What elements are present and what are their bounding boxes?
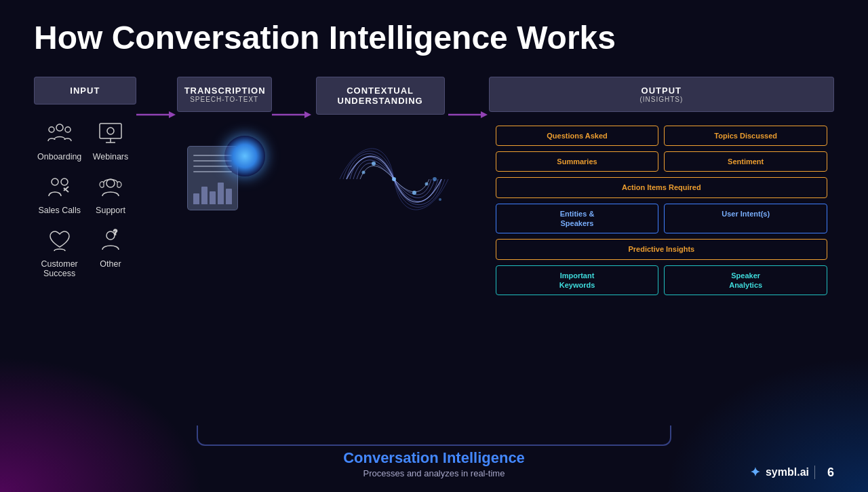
- tag-sentiment: Sentiment: [664, 151, 827, 172]
- input-item-sales-calls: Sales Calls: [37, 172, 81, 215]
- output-tags: Questions Asked Topics Discussed Summari…: [489, 126, 834, 295]
- support-icon: [96, 172, 125, 202]
- transcription-column: TRANSCRIPTION SPEECH-TO-TEXT: [177, 77, 272, 210]
- contextual-column: CONTEXTUALUNDERSTANDING: [313, 77, 448, 216]
- svg-point-4: [107, 128, 114, 134]
- svg-point-17: [372, 162, 376, 166]
- tag-user-intent: User Intent(s): [664, 204, 827, 234]
- arrow-contextual-to-output: [448, 77, 489, 120]
- svg-point-16: [392, 177, 396, 181]
- arrow-input-to-transcription: [136, 77, 177, 120]
- ci-subtitle: Processes and analyzes in real-time: [197, 468, 671, 478]
- tag-entities-speakers: Entities &Speakers: [496, 204, 659, 234]
- tag-summaries: Summaries: [496, 151, 659, 172]
- svg-point-2: [65, 127, 71, 132]
- bottom-section: Conversation Intelligence Processes and …: [197, 425, 671, 478]
- input-item-support: Support: [88, 172, 132, 215]
- input-item-customer-success: Customer Success: [37, 225, 81, 278]
- svg-point-18: [412, 191, 416, 195]
- page-number: 6: [827, 466, 834, 480]
- slide-title: How Conversation Intelligence Works: [34, 20, 834, 56]
- sphere-glow: [224, 136, 265, 176]
- customer-success-label: Customer Success: [41, 259, 78, 278]
- svg-rect-3: [100, 124, 121, 138]
- transcription-header: TRANSCRIPTION SPEECH-TO-TEXT: [177, 77, 272, 112]
- contextual-header: CONTEXTUALUNDERSTANDING: [316, 77, 445, 115]
- input-header: INPUT: [34, 77, 136, 105]
- tag-questions-asked: Questions Asked: [496, 126, 659, 146]
- support-label: Support: [96, 206, 125, 215]
- svg-marker-13: [169, 111, 176, 118]
- input-item-webinars: Webinars: [88, 118, 132, 162]
- svg-point-0: [56, 124, 63, 131]
- tag-action-items: Action Items Required: [496, 177, 827, 197]
- input-grid: Onboarding Webinars: [34, 118, 136, 278]
- svg-marker-15: [304, 111, 311, 118]
- logo-icon: ✦: [750, 465, 760, 480]
- svg-text:?: ?: [113, 229, 117, 236]
- svg-point-22: [439, 198, 441, 201]
- customer-success-icon: [45, 225, 75, 255]
- svg-point-9: [106, 179, 115, 187]
- other-icon: ?: [96, 225, 125, 255]
- logo-divider: [814, 466, 815, 479]
- sales-calls-label: Sales Calls: [38, 206, 81, 215]
- tag-speaker-analytics: SpeakerAnalytics: [664, 265, 827, 296]
- input-item-onboarding: Onboarding: [37, 118, 81, 162]
- other-label: Other: [100, 259, 121, 269]
- input-item-other: ? Other: [88, 225, 132, 278]
- logo-text: symbl.ai: [766, 466, 809, 478]
- svg-point-19: [361, 170, 365, 174]
- logo-area: ✦ symbl.ai 6: [750, 465, 834, 480]
- sales-calls-icon: [45, 172, 75, 202]
- output-header: OUTPUT (INSIGHTS): [489, 77, 834, 112]
- svg-marker-24: [481, 111, 488, 118]
- bracket-line: [197, 425, 671, 446]
- svg-point-7: [52, 178, 58, 185]
- output-column: OUTPUT (INSIGHTS) Questions Asked Topics…: [489, 77, 834, 295]
- tag-predictive-insights: Predictive Insights: [496, 239, 827, 259]
- tag-important-keywords: ImportantKeywords: [496, 265, 659, 296]
- input-column: INPUT Onboarding: [34, 77, 136, 278]
- ci-title: Conversation Intelligence: [197, 449, 671, 467]
- onboarding-icon: [45, 118, 75, 148]
- tag-topics-discussed: Topics Discussed: [664, 126, 827, 146]
- bar-chart: [193, 183, 232, 204]
- svg-point-20: [425, 182, 428, 185]
- webinars-icon: [96, 118, 125, 148]
- contextual-visual: [326, 135, 435, 216]
- transcription-visual: [184, 136, 265, 210]
- onboarding-label: Onboarding: [37, 152, 81, 162]
- webinars-label: Webinars: [93, 152, 129, 162]
- svg-point-1: [49, 127, 54, 132]
- svg-point-21: [433, 177, 437, 181]
- arrow-transcription-to-contextual: [272, 77, 313, 120]
- svg-point-8: [61, 178, 68, 185]
